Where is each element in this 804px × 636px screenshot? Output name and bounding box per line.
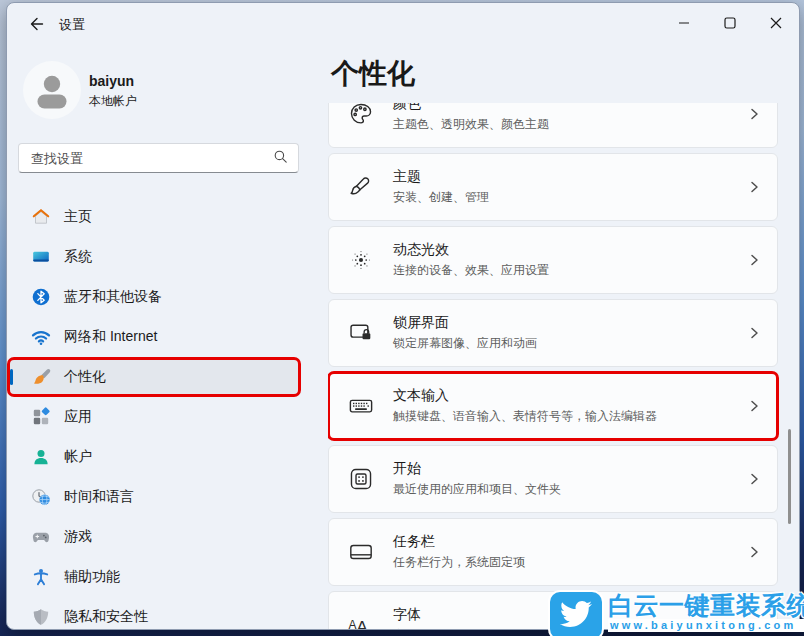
sidebar-item-home[interactable]: 主页 xyxy=(9,199,299,235)
card-title: 开始 xyxy=(393,460,729,478)
sidebar-item-accessibility[interactable]: 辅助功能 xyxy=(9,559,299,595)
titlebar: 设置 xyxy=(7,3,799,47)
person-icon xyxy=(23,105,81,122)
dynamic-lighting-icon xyxy=(347,247,375,273)
sidebar-item-label: 蓝牙和其他设备 xyxy=(64,288,162,306)
sidebar-item-personalization[interactable]: 个性化 xyxy=(9,359,299,395)
card-subtitle: 安装、创建、管理 xyxy=(393,189,729,206)
settings-card-dynamic-lighting[interactable]: 动态光效 连接的设备、效果、应用设置 xyxy=(328,226,778,294)
maximize-button[interactable] xyxy=(707,3,753,45)
sidebar-item-time-language[interactable]: 时间和语言 xyxy=(9,479,299,515)
system-icon xyxy=(31,247,51,267)
chevron-right-icon xyxy=(747,472,761,486)
sidebar-item-privacy-security[interactable]: 隐私和安全性 xyxy=(9,599,299,630)
chevron-right-icon xyxy=(747,399,761,413)
minimize-icon xyxy=(661,2,707,47)
chevron-right-icon xyxy=(747,107,761,121)
keyboard-icon xyxy=(347,393,375,419)
sidebar-item-label: 时间和语言 xyxy=(64,488,134,506)
card-subtitle: 最近使用的应用和项目、文件夹 xyxy=(393,481,729,498)
vertical-scrollbar[interactable] xyxy=(788,429,791,524)
sidebar-item-label: 帐户 xyxy=(64,448,92,466)
card-title: 锁屏界面 xyxy=(393,314,729,332)
sidebar-item-accounts[interactable]: 帐户 xyxy=(9,439,299,475)
close-button[interactable] xyxy=(753,3,799,45)
card-subtitle: 锁定屏幕图像、应用和动画 xyxy=(393,335,729,352)
search-icon xyxy=(273,149,288,168)
profile-account-type: 本地帐户 xyxy=(89,93,137,110)
settings-window: 设置 baiyun 本地帐户 主页 系统 蓝牙和其他设备 网络和 Interne… xyxy=(6,2,800,630)
page-title: 个性化 xyxy=(331,55,415,93)
svg-text:A: A xyxy=(356,617,368,629)
profile-name: baiyun xyxy=(89,73,134,89)
card-title: 文本输入 xyxy=(393,387,729,405)
sidebar-item-label: 游戏 xyxy=(64,528,92,546)
start-icon xyxy=(347,466,375,492)
home-icon xyxy=(31,207,51,227)
time-language-icon xyxy=(31,487,51,507)
accessibility-icon xyxy=(31,567,51,587)
maximize-icon xyxy=(707,2,753,47)
card-subtitle: 任务栏行为，系统固定项 xyxy=(393,554,729,571)
card-title: 颜色 xyxy=(393,103,729,113)
card-title: 动态光效 xyxy=(393,241,729,259)
settings-card-list: 颜色 主题色、透明效果、颜色主题 主题 安装、创建、管理 动态光效 连接的设备、… xyxy=(328,103,786,629)
settings-card-taskbar[interactable]: 任务栏 任务栏行为，系统固定项 xyxy=(328,518,778,586)
close-icon xyxy=(753,2,799,47)
window-controls xyxy=(661,3,799,45)
sidebar-item-label: 系统 xyxy=(64,248,92,266)
search-input[interactable] xyxy=(29,150,273,167)
selected-indicator-pill xyxy=(10,369,13,385)
network-icon xyxy=(31,327,51,347)
card-subtitle: 连接的设备、效果、应用设置 xyxy=(393,262,729,279)
card-title: 主题 xyxy=(393,168,729,186)
chevron-right-icon xyxy=(747,253,761,267)
sidebar-item-label: 隐私和安全性 xyxy=(64,608,148,626)
sidebar-item-bluetooth-devices[interactable]: 蓝牙和其他设备 xyxy=(9,279,299,315)
minimize-button[interactable] xyxy=(661,3,707,45)
taskbar-icon xyxy=(347,539,375,565)
lock-screen-icon xyxy=(347,320,375,346)
watermark: 白云一键重装系统 www.baiyunxitong.com xyxy=(550,592,804,636)
bird-icon xyxy=(558,598,594,634)
watermark-badge xyxy=(550,592,602,636)
accounts-icon xyxy=(31,447,51,467)
apps-icon xyxy=(31,407,51,427)
card-subtitle: 主题色、透明效果、颜色主题 xyxy=(393,116,729,133)
chevron-right-icon xyxy=(747,545,761,559)
sidebar-item-apps[interactable]: 应用 xyxy=(9,399,299,435)
sidebar-item-label: 主页 xyxy=(64,208,92,226)
watermark-url: www.baiyunxitong.com xyxy=(608,619,804,632)
sidebar-nav: 主页 系统 蓝牙和其他设备 网络和 Internet 个性化 应用 帐户 时间和… xyxy=(9,199,299,630)
card-title: 任务栏 xyxy=(393,533,729,551)
sidebar-item-network-internet[interactable]: 网络和 Internet xyxy=(9,319,299,355)
sidebar-item-gaming[interactable]: 游戏 xyxy=(9,519,299,555)
sidebar-item-label: 个性化 xyxy=(64,368,106,386)
chevron-right-icon xyxy=(747,326,761,340)
palette-icon xyxy=(347,103,375,127)
settings-card-colors[interactable]: 颜色 主题色、透明效果、颜色主题 xyxy=(328,103,778,148)
gaming-icon xyxy=(31,527,51,547)
app-title: 设置 xyxy=(59,16,85,34)
settings-card-text-input[interactable]: 文本输入 触摸键盘、语音输入、表情符号等，输入法编辑器 xyxy=(328,372,778,440)
sidebar-item-label: 应用 xyxy=(64,408,92,426)
theme-brush-icon xyxy=(347,174,375,200)
sidebar-item-label: 辅助功能 xyxy=(64,568,120,586)
watermark-brand: 白云一键重装系统 xyxy=(608,592,804,618)
search-box[interactable] xyxy=(18,143,299,173)
bluetooth-icon xyxy=(31,287,51,307)
chevron-right-icon xyxy=(747,180,761,194)
settings-card-start[interactable]: 开始 最近使用的应用和项目、文件夹 xyxy=(328,445,778,513)
watermark-text-block: 白云一键重装系统 www.baiyunxitong.com xyxy=(608,592,804,632)
card-subtitle: 触摸键盘、语音输入、表情符号等，输入法编辑器 xyxy=(393,408,729,425)
fonts-icon: AA xyxy=(347,612,375,629)
sidebar-item-system[interactable]: 系统 xyxy=(9,239,299,275)
back-button[interactable] xyxy=(21,11,51,39)
settings-card-themes[interactable]: 主题 安装、创建、管理 xyxy=(328,153,778,221)
settings-card-lock-screen[interactable]: 锁屏界面 锁定屏幕图像、应用和动画 xyxy=(328,299,778,367)
personalization-icon xyxy=(31,367,51,387)
sidebar-item-label: 网络和 Internet xyxy=(64,328,157,346)
avatar xyxy=(23,61,81,119)
privacy-icon xyxy=(31,607,51,627)
back-arrow-icon xyxy=(27,15,45,36)
